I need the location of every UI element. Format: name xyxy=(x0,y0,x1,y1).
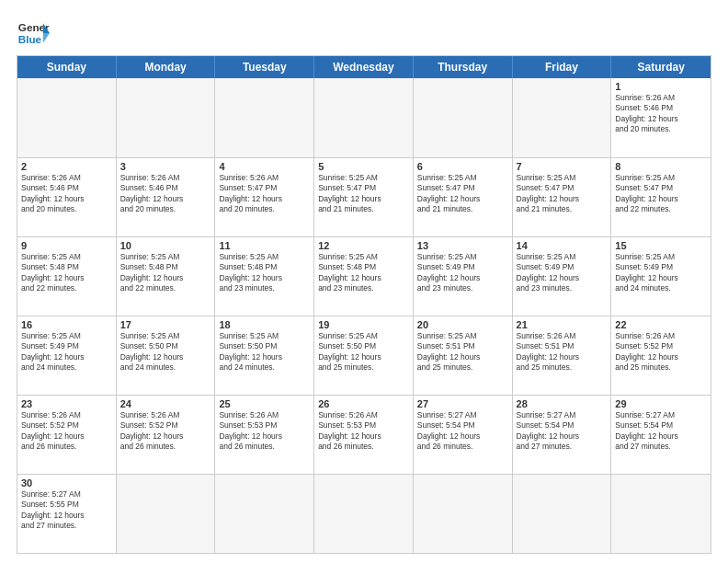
cell-info: Sunrise: 5:27 AM Sunset: 5:54 PM Dayligh… xyxy=(417,410,508,453)
cell-info: Sunrise: 5:25 AM Sunset: 5:51 PM Dayligh… xyxy=(417,331,508,373)
cell-info: Sunrise: 5:25 AM Sunset: 5:47 PM Dayligh… xyxy=(318,173,409,215)
calendar-cell: 9Sunrise: 5:25 AM Sunset: 5:48 PM Daylig… xyxy=(17,237,117,316)
calendar-cell: 28Sunrise: 5:27 AM Sunset: 5:54 PM Dayli… xyxy=(513,396,612,474)
day-number: 19 xyxy=(318,319,409,330)
calendar-cell: 22Sunrise: 5:26 AM Sunset: 5:52 PM Dayli… xyxy=(611,316,711,395)
calendar-cell xyxy=(215,78,314,157)
cell-info: Sunrise: 5:25 AM Sunset: 5:48 PM Dayligh… xyxy=(219,252,310,294)
logo: General Blue xyxy=(17,17,50,50)
calendar-cell: 1Sunrise: 5:26 AM Sunset: 5:46 PM Daylig… xyxy=(611,78,711,157)
calendar-cell: 3Sunrise: 5:26 AM Sunset: 5:46 PM Daylig… xyxy=(117,158,216,236)
calendar-cell: 13Sunrise: 5:25 AM Sunset: 5:49 PM Dayli… xyxy=(414,237,513,316)
calendar-cell xyxy=(117,475,216,553)
calendar-cell: 7Sunrise: 5:25 AM Sunset: 5:47 PM Daylig… xyxy=(513,158,612,236)
cell-info: Sunrise: 5:25 AM Sunset: 5:47 PM Dayligh… xyxy=(517,173,608,215)
week-row: 9Sunrise: 5:25 AM Sunset: 5:48 PM Daylig… xyxy=(17,236,711,316)
day-number: 10 xyxy=(120,240,211,251)
calendar-cell: 20Sunrise: 5:25 AM Sunset: 5:51 PM Dayli… xyxy=(414,316,513,395)
day-number: 6 xyxy=(417,161,508,172)
cell-info: Sunrise: 5:25 AM Sunset: 5:48 PM Dayligh… xyxy=(120,252,211,294)
calendar-cell: 18Sunrise: 5:25 AM Sunset: 5:50 PM Dayli… xyxy=(215,316,314,395)
day-name-saturday: Saturday xyxy=(611,56,711,78)
day-number: 9 xyxy=(21,240,112,251)
day-number: 23 xyxy=(21,398,112,409)
calendar-cell: 25Sunrise: 5:26 AM Sunset: 5:53 PM Dayli… xyxy=(215,396,314,474)
calendar-cell: 8Sunrise: 5:25 AM Sunset: 5:47 PM Daylig… xyxy=(611,158,711,236)
cell-info: Sunrise: 5:27 AM Sunset: 5:55 PM Dayligh… xyxy=(21,489,112,532)
cell-info: Sunrise: 5:26 AM Sunset: 5:46 PM Dayligh… xyxy=(21,173,112,215)
calendar-cell: 10Sunrise: 5:25 AM Sunset: 5:48 PM Dayli… xyxy=(117,237,216,316)
day-name-wednesday: Wednesday xyxy=(314,56,414,78)
calendar-cell: 19Sunrise: 5:25 AM Sunset: 5:50 PM Dayli… xyxy=(314,316,414,395)
cell-info: Sunrise: 5:25 AM Sunset: 5:47 PM Dayligh… xyxy=(417,173,508,215)
header: General Blue xyxy=(17,17,711,50)
calendar-cell xyxy=(611,475,711,553)
day-number: 12 xyxy=(318,240,409,251)
day-number: 25 xyxy=(219,398,310,409)
day-name-friday: Friday xyxy=(513,56,612,78)
cell-info: Sunrise: 5:26 AM Sunset: 5:47 PM Dayligh… xyxy=(219,173,310,215)
day-number: 24 xyxy=(120,398,211,409)
day-number: 5 xyxy=(318,161,409,172)
day-number: 14 xyxy=(517,240,608,251)
cell-info: Sunrise: 5:26 AM Sunset: 5:46 PM Dayligh… xyxy=(615,93,707,135)
cell-info: Sunrise: 5:27 AM Sunset: 5:54 PM Dayligh… xyxy=(517,410,608,453)
cell-info: Sunrise: 5:26 AM Sunset: 5:52 PM Dayligh… xyxy=(120,410,211,453)
day-number: 11 xyxy=(219,240,310,251)
cell-info: Sunrise: 5:26 AM Sunset: 5:51 PM Dayligh… xyxy=(517,331,608,373)
calendar-header: SundayMondayTuesdayWednesdayThursdayFrid… xyxy=(17,56,711,78)
day-number: 2 xyxy=(21,161,112,172)
week-row: 1Sunrise: 5:26 AM Sunset: 5:46 PM Daylig… xyxy=(17,78,711,157)
day-number: 27 xyxy=(417,398,508,409)
week-row: 16Sunrise: 5:25 AM Sunset: 5:49 PM Dayli… xyxy=(17,316,711,395)
calendar-cell: 5Sunrise: 5:25 AM Sunset: 5:47 PM Daylig… xyxy=(314,158,414,236)
day-name-monday: Monday xyxy=(117,56,216,78)
calendar-cell: 12Sunrise: 5:25 AM Sunset: 5:48 PM Dayli… xyxy=(314,237,414,316)
calendar-cell xyxy=(513,475,612,553)
calendar-cell: 11Sunrise: 5:25 AM Sunset: 5:48 PM Dayli… xyxy=(215,237,314,316)
day-number: 13 xyxy=(417,240,508,251)
cell-info: Sunrise: 5:25 AM Sunset: 5:47 PM Dayligh… xyxy=(615,173,707,215)
calendar-cell xyxy=(117,78,216,157)
day-number: 7 xyxy=(517,161,608,172)
cell-info: Sunrise: 5:25 AM Sunset: 5:50 PM Dayligh… xyxy=(120,331,211,373)
day-number: 15 xyxy=(615,240,707,251)
week-row: 23Sunrise: 5:26 AM Sunset: 5:52 PM Dayli… xyxy=(17,395,711,474)
day-name-tuesday: Tuesday xyxy=(215,56,314,78)
calendar-cell: 15Sunrise: 5:25 AM Sunset: 5:49 PM Dayli… xyxy=(611,237,711,316)
svg-text:Blue: Blue xyxy=(18,33,42,45)
calendar-body: 1Sunrise: 5:26 AM Sunset: 5:46 PM Daylig… xyxy=(17,78,711,553)
day-number: 18 xyxy=(219,319,310,330)
day-number: 3 xyxy=(120,161,211,172)
calendar-cell xyxy=(17,78,117,157)
day-number: 8 xyxy=(615,161,707,172)
calendar-cell: 21Sunrise: 5:26 AM Sunset: 5:51 PM Dayli… xyxy=(513,316,612,395)
calendar-cell xyxy=(513,78,612,157)
cell-info: Sunrise: 5:26 AM Sunset: 5:52 PM Dayligh… xyxy=(21,410,112,453)
cell-info: Sunrise: 5:25 AM Sunset: 5:48 PM Dayligh… xyxy=(318,252,409,294)
day-name-sunday: Sunday xyxy=(17,56,117,78)
calendar-cell: 14Sunrise: 5:25 AM Sunset: 5:49 PM Dayli… xyxy=(513,237,612,316)
cell-info: Sunrise: 5:26 AM Sunset: 5:52 PM Dayligh… xyxy=(615,331,707,373)
calendar-cell xyxy=(215,475,314,553)
day-number: 4 xyxy=(219,161,310,172)
cell-info: Sunrise: 5:25 AM Sunset: 5:49 PM Dayligh… xyxy=(21,331,112,373)
cell-info: Sunrise: 5:25 AM Sunset: 5:50 PM Dayligh… xyxy=(318,331,409,373)
day-number: 16 xyxy=(21,319,112,330)
svg-marker-3 xyxy=(43,33,50,43)
calendar-cell xyxy=(414,78,513,157)
cell-info: Sunrise: 5:26 AM Sunset: 5:53 PM Dayligh… xyxy=(219,410,310,453)
calendar-cell: 16Sunrise: 5:25 AM Sunset: 5:49 PM Dayli… xyxy=(17,316,117,395)
calendar-cell xyxy=(314,78,414,157)
calendar-cell: 2Sunrise: 5:26 AM Sunset: 5:46 PM Daylig… xyxy=(17,158,117,236)
calendar-cell: 6Sunrise: 5:25 AM Sunset: 5:47 PM Daylig… xyxy=(414,158,513,236)
day-number: 26 xyxy=(318,398,409,409)
calendar-cell: 23Sunrise: 5:26 AM Sunset: 5:52 PM Dayli… xyxy=(17,396,117,474)
day-number: 22 xyxy=(615,319,707,330)
calendar-cell: 4Sunrise: 5:26 AM Sunset: 5:47 PM Daylig… xyxy=(215,158,314,236)
day-number: 17 xyxy=(120,319,211,330)
calendar-cell: 17Sunrise: 5:25 AM Sunset: 5:50 PM Dayli… xyxy=(117,316,216,395)
calendar-cell xyxy=(414,475,513,553)
calendar-cell: 24Sunrise: 5:26 AM Sunset: 5:52 PM Dayli… xyxy=(117,396,216,474)
day-number: 30 xyxy=(21,477,112,488)
